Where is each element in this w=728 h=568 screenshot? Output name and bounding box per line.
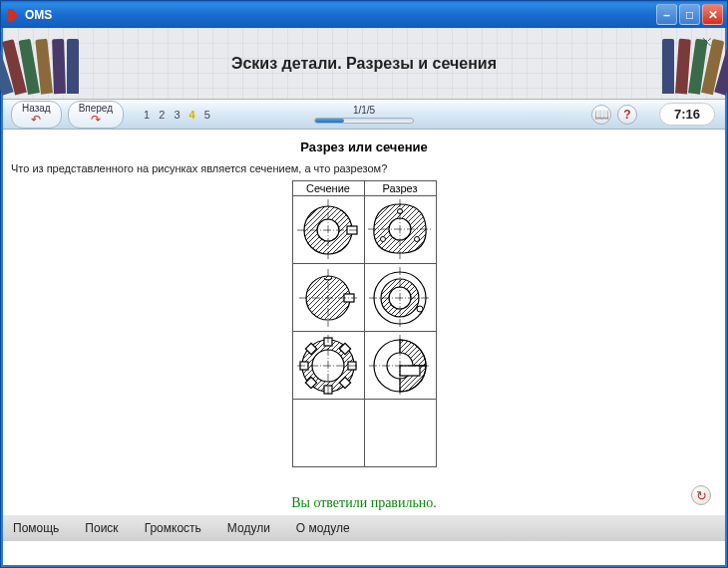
feedback-text: Вы ответили правильно. xyxy=(11,495,717,511)
menu-about[interactable]: О модуле xyxy=(296,521,350,535)
menu-modules[interactable]: Модули xyxy=(227,521,270,535)
drawing-section-3 xyxy=(297,335,359,397)
progress: 1/1/5 xyxy=(314,105,414,124)
window-controls: – □ ✕ xyxy=(656,4,723,25)
progress-label: 1/1/5 xyxy=(353,105,375,116)
cell-a3[interactable] xyxy=(292,332,364,400)
drawing-section-1 xyxy=(297,199,359,261)
close-button[interactable]: ✕ xyxy=(702,4,723,25)
bottom-menu: Помощь Поиск Громкость Модули О модуле xyxy=(3,515,725,541)
back-button[interactable]: Назад ↶ xyxy=(11,101,62,129)
step-3[interactable]: 3 xyxy=(174,109,182,121)
question-title: Разрез или сечение xyxy=(11,140,717,154)
reload-button[interactable]: ↻ xyxy=(691,485,711,505)
app-icon xyxy=(5,7,21,23)
svg-rect-35 xyxy=(400,366,420,376)
arrow-right-icon: ↷ xyxy=(91,114,101,126)
header-title: Эскиз детали. Разрезы и сечения xyxy=(231,55,497,73)
back-label: Назад xyxy=(22,104,51,114)
books-left-decoration xyxy=(3,39,103,99)
content-area: Разрез или сечение Что из представленног… xyxy=(3,130,725,515)
arrow-left-icon: ↶ xyxy=(31,114,41,126)
step-indicator: 1 2 3 4 5 xyxy=(144,109,213,121)
drawing-section-2 xyxy=(297,267,359,329)
cell-b2[interactable] xyxy=(364,264,436,332)
titlebar: OMS – □ ✕ xyxy=(1,1,727,28)
col-section-header: Сечение xyxy=(292,181,364,196)
forward-button[interactable]: Вперед ↷ xyxy=(68,101,124,129)
menu-volume[interactable]: Громкость xyxy=(145,521,201,535)
drawing-cut-1 xyxy=(366,199,434,261)
question-text: Что из представленного на рисунках являе… xyxy=(11,162,717,174)
client-area: Эскиз детали. Разрезы и сечения ⛌ Назад … xyxy=(1,28,727,567)
maximize-button[interactable]: □ xyxy=(679,4,700,25)
step-2[interactable]: 2 xyxy=(159,109,168,121)
drawing-cut-2 xyxy=(369,267,431,329)
cell-a2[interactable] xyxy=(292,264,364,332)
window-title: OMS xyxy=(25,8,656,22)
reload-icon: ↻ xyxy=(696,488,707,503)
cell-a1[interactable] xyxy=(292,196,364,264)
step-4[interactable]: 4 xyxy=(189,109,198,121)
progress-fill xyxy=(315,119,344,123)
header: Эскиз детали. Разрезы и сечения ⛌ xyxy=(3,28,725,100)
app-window: OMS – □ ✕ Эскиз детали. Разрезы и сечени… xyxy=(0,0,728,568)
answer-table: Сечение Разрез xyxy=(292,180,437,467)
toolbar: Назад ↶ Вперед ↷ 1 2 3 4 5 1/1/5 📖 ? xyxy=(3,100,725,130)
step-5[interactable]: 5 xyxy=(204,109,213,121)
cell-b1[interactable] xyxy=(364,196,436,264)
header-close-icon[interactable]: ⛌ xyxy=(701,34,715,50)
col-cut-header: Разрез xyxy=(364,181,436,196)
svg-point-7 xyxy=(415,236,420,241)
step-1[interactable]: 1 xyxy=(144,109,153,121)
cell-b4[interactable] xyxy=(364,400,436,467)
menu-search[interactable]: Поиск xyxy=(85,521,118,535)
toolbar-icons: 📖 ? xyxy=(591,105,637,125)
help-icon[interactable]: ? xyxy=(617,105,637,125)
cell-b3[interactable] xyxy=(364,332,436,400)
clock: 7:16 xyxy=(659,103,715,126)
menu-help[interactable]: Помощь xyxy=(13,521,59,535)
svg-point-6 xyxy=(381,236,386,241)
cell-a4[interactable] xyxy=(292,400,364,467)
forward-label: Вперед xyxy=(79,104,113,114)
drawing-cut-3 xyxy=(369,335,431,397)
minimize-button[interactable]: – xyxy=(656,4,677,25)
progress-bar[interactable] xyxy=(314,118,414,124)
svg-point-18 xyxy=(417,306,423,312)
book-icon[interactable]: 📖 xyxy=(591,105,611,125)
